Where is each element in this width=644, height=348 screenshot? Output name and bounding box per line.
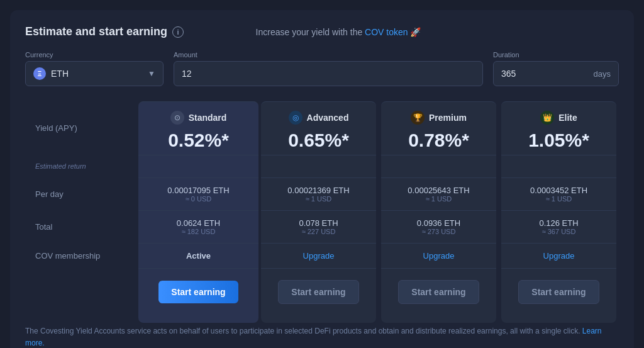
per-day-cell-elite: 0.0003452 ETH ≈ 1 USD <box>501 177 616 210</box>
amount-input-wrap[interactable] <box>174 61 483 86</box>
top-message: Increase your yield with the COV token 🚀 <box>256 27 421 37</box>
footer-notes: The Covesting Yield Accounts service act… <box>25 325 619 348</box>
est-label-cell-elite <box>501 155 616 177</box>
total-cell-elite: 0.126 ETH ≈ 367 USD <box>501 210 616 243</box>
total-label: Total <box>25 210 138 243</box>
footer-note1: The Covesting Yield Accounts service act… <box>25 325 619 348</box>
cov-membership-cell-advanced[interactable]: Upgrade <box>261 243 376 268</box>
plan-name-advanced: Advanced <box>307 113 349 123</box>
plan-name-standard: Standard <box>189 113 227 123</box>
amount-group: Amount <box>174 51 483 86</box>
top-bar: Estimate and start earning i Increase yo… <box>25 25 619 38</box>
plan-apy-elite: 1.05%* <box>528 130 589 151</box>
cov-membership-cell-standard: Active <box>138 243 258 268</box>
main-container: Estimate and start earning i Increase yo… <box>10 10 634 348</box>
plan-header-elite: 👑 Elite 1.05%* <box>501 101 616 155</box>
total-cell-standard: 0.0624 ETH ≈ 182 USD <box>138 210 258 243</box>
per-day-cell-standard: 0.00017095 ETH ≈ 0 USD <box>138 177 258 210</box>
plan-apy-standard: 0.52%* <box>168 130 229 151</box>
estimated-return-label: Estimated return <box>25 155 138 177</box>
currency-label: Currency <box>25 51 164 59</box>
amount-label: Amount <box>174 51 483 59</box>
start-earning-btn-premium[interactable]: Start earning <box>398 280 479 304</box>
plan-name-elite: Elite <box>558 113 577 123</box>
plan-icon-advanced: ◎ <box>289 111 303 125</box>
controls-row: Currency Ξ ▼ Amount Duration days <box>25 51 619 86</box>
cov-membership-cell-premium[interactable]: Upgrade <box>381 243 496 268</box>
duration-input-wrap[interactable]: days <box>493 61 619 86</box>
plan-icon-elite: 👑 <box>540 111 554 125</box>
btn-cell-premium: Start earning <box>381 268 496 323</box>
est-label-cell-standard <box>138 155 258 177</box>
est-label-cell-premium <box>381 155 496 177</box>
btn-cell-standard: Start earning <box>138 268 258 323</box>
duration-label: Duration <box>493 51 619 59</box>
plan-header-standard: ⊙ Standard 0.52%* <box>138 101 258 155</box>
total-cell-premium: 0.0936 ETH ≈ 273 USD <box>381 210 496 243</box>
start-earning-btn-elite[interactable]: Start earning <box>518 280 599 304</box>
plans-grid: Yield (APY) ⊙ Standard 0.52%* ◎ Advanced… <box>25 101 619 323</box>
currency-group: Currency Ξ ▼ <box>25 51 164 86</box>
per-day-cell-premium: 0.00025643 ETH ≈ 1 USD <box>381 177 496 210</box>
chevron-down-icon: ▼ <box>148 69 155 78</box>
btn-cell-advanced: Start earning <box>261 268 376 323</box>
total-cell-advanced: 0.078 ETH ≈ 227 USD <box>261 210 376 243</box>
est-label-cell-advanced <box>261 155 376 177</box>
cov-membership-label: COV membership <box>25 243 138 268</box>
amount-input[interactable] <box>182 69 475 79</box>
eth-icon: Ξ <box>33 67 46 80</box>
plan-icon-premium: 🏆 <box>411 111 425 125</box>
cov-membership-cell-elite[interactable]: Upgrade <box>501 243 616 268</box>
cov-token-link[interactable]: COV token 🚀 <box>365 27 421 37</box>
duration-group: Duration days <box>493 51 619 86</box>
plan-icon-standard: ⊙ <box>170 111 184 125</box>
plan-apy-advanced: 0.65%* <box>288 130 349 151</box>
currency-input[interactable] <box>51 69 143 79</box>
plan-header-advanced: ◎ Advanced 0.65%* <box>261 101 376 155</box>
duration-input[interactable] <box>501 69 589 79</box>
btn-row-label <box>25 268 138 323</box>
days-label: days <box>594 69 611 79</box>
currency-select[interactable]: Ξ ▼ <box>25 61 164 86</box>
yield-row-label: Yield (APY) <box>25 101 138 155</box>
plan-name-premium: Premium <box>429 113 467 123</box>
start-earning-btn-advanced[interactable]: Start earning <box>278 280 358 304</box>
page-title: Estimate and start earning i <box>25 25 184 38</box>
plan-header-premium: 🏆 Premium 0.78%* <box>381 101 496 155</box>
info-icon[interactable]: i <box>172 26 184 38</box>
btn-cell-elite: Start earning <box>501 268 616 323</box>
plan-apy-premium: 0.78%* <box>408 130 469 151</box>
per-day-label: Per day <box>25 177 138 210</box>
start-earning-btn-standard[interactable]: Start earning <box>158 281 238 303</box>
per-day-cell-advanced: 0.00021369 ETH ≈ 1 USD <box>261 177 376 210</box>
